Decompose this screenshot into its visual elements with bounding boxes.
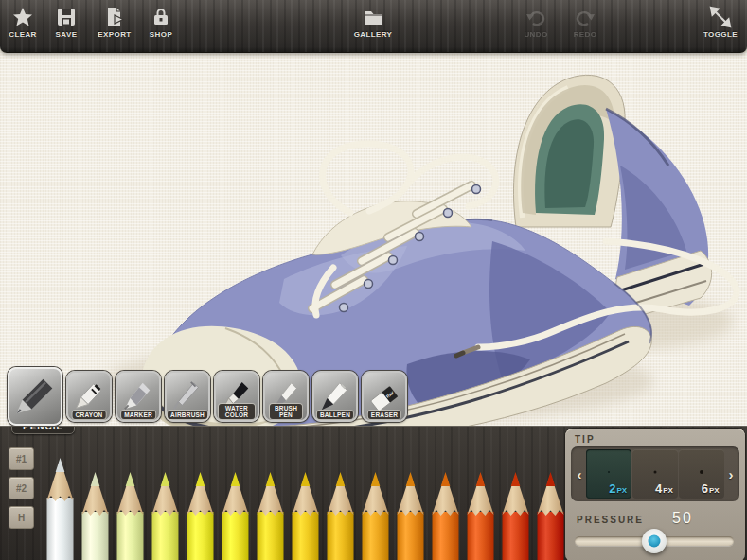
floppy-disk-icon [55,6,78,28]
tip-size-4px[interactable]: 4PX [632,449,678,499]
tip-size-6px[interactable]: 6PX [679,449,724,499]
pressure-value: 50 [672,510,693,527]
pencil-graphic [358,470,393,560]
shop-label: SHOP [150,30,172,39]
pencil-swatch[interactable] [533,470,568,560]
tip-size-num: 2 [609,481,615,496]
tip-size-num: 6 [702,481,708,496]
export-label: EXPORT [98,30,131,39]
pencil-swatch[interactable] [78,470,113,560]
pencil-swatch[interactable] [218,470,253,560]
toggle-fullscreen-button[interactable]: TOGGLE [699,6,742,47]
tool-brushpen[interactable]: BRUSH PEN [263,371,309,422]
pencil-tool-icon [14,376,56,417]
tool-marker-label: MARKER [121,411,155,419]
tip-size-num: 4 [655,481,662,496]
undo-label: UNDO [524,30,547,39]
pressure-knob-center [649,535,661,548]
tip-size-unit: PX [709,486,720,495]
export-button[interactable]: EXPORT [93,6,136,47]
tool-ballpen[interactable]: BALLPEN [312,371,358,422]
crayon-tool-icon [73,380,105,412]
hardness-button-1[interactable]: #1 [9,447,34,470]
pencil-swatch[interactable] [43,456,78,560]
tip-next-arrow[interactable]: › [724,467,738,481]
marker-tool-icon [122,380,154,412]
tool-watercolor-label: WATER COLOR [219,404,255,419]
redo-arrow-icon [574,6,596,28]
tool-eraser[interactable]: RAY ERASER [362,371,407,422]
gallery-label: GALLERY [354,30,393,39]
pencil-graphic [78,470,113,560]
shop-button[interactable]: SHOP [139,6,183,47]
tool-watercolor[interactable]: WATER COLOR [214,371,259,422]
tip-size-unit: PX [616,486,627,495]
pencil-swatch[interactable] [113,470,148,560]
pencil-graphic [43,456,78,560]
tip-size-2px[interactable]: 2PX [586,449,631,499]
top-toolbar: CLEAR SAVE EXPORT SH [0,0,747,53]
drawing-app: CLEAR SAVE EXPORT SH [0,0,747,560]
tool-pencil[interactable] [8,367,62,426]
pencil-graphic [113,470,148,560]
pencil-graphic [218,470,253,560]
tool-crayon-label: CRAYON [73,411,106,419]
toggle-label: TOGGLE [703,30,738,39]
tip-prev-arrow[interactable]: ‹ [573,467,586,481]
pencil-swatch[interactable] [393,470,428,560]
gallery-button[interactable]: GALLERY [351,6,395,47]
pencil-graphic [498,470,533,560]
tip-panel: TIP ‹ 2PX 4PX 6PX › PRESSURE 5 [565,429,745,560]
tip-dot [700,470,703,474]
ballpen-tool-icon [319,380,351,412]
bottom-panel: PENCIL #1 #2 H TIP ‹ 2PX 4PX 6 [0,426,747,560]
export-document-icon [103,6,126,28]
undo-button[interactable]: UNDO [514,6,558,47]
save-label: SAVE [56,30,78,39]
tool-brushpen-label: BRUSH PEN [270,404,302,419]
pencil-swatch[interactable] [253,470,288,560]
tool-ballpen-label: BALLPEN [317,411,353,419]
tool-row: CRAYON MARKER AIRBRUSH [8,367,407,426]
pencil-graphic [288,470,323,560]
pencil-swatch[interactable] [183,470,218,560]
selected-tool-tab: PENCIL [11,426,75,434]
pencil-graphic [253,470,288,560]
pencil-graphic [323,470,358,560]
tip-title: TIP [575,434,745,445]
clear-button[interactable]: CLEAR [1,6,44,47]
pencil-swatch[interactable] [288,470,323,560]
undo-arrow-icon [525,6,547,28]
eraser-tool-icon: RAY [368,380,400,412]
pencil-graphic [428,470,463,560]
tool-crayon[interactable]: CRAYON [66,371,112,422]
tip-size-strip: ‹ 2PX 4PX 6PX › [571,446,739,501]
hardness-button-h[interactable]: H [9,506,34,529]
airbrush-tool-icon [171,380,204,412]
toggle-arrows-icon [709,6,732,28]
redo-label: REDO [574,30,597,39]
pencil-swatch[interactable] [498,470,533,560]
pencil-graphic [533,470,568,560]
pencil-graphic [183,470,218,560]
pressure-label: PRESSURE [577,515,644,525]
pencil-swatch[interactable] [148,470,183,560]
pencil-swatch[interactable] [358,470,393,560]
tool-airbrush[interactable]: AIRBRUSH [165,371,210,422]
tool-airbrush-label: AIRBRUSH [168,411,207,419]
redo-button[interactable]: REDO [563,6,607,47]
save-button[interactable]: SAVE [44,6,88,47]
tip-size-unit: PX [663,486,673,495]
hardness-button-2[interactable]: #2 [9,477,34,499]
tip-dot [608,471,610,473]
tool-marker[interactable]: MARKER [116,371,161,422]
pencil-swatch[interactable] [428,470,463,560]
pressure-slider-knob[interactable] [642,529,667,553]
pencil-swatch[interactable] [323,470,358,560]
folder-icon [362,6,384,28]
pencil-graphic [463,470,498,560]
tip-dot [654,470,657,473]
tool-eraser-label: ERASER [368,411,400,419]
pressure-slider[interactable] [575,536,734,546]
pencil-swatch[interactable] [463,470,498,560]
